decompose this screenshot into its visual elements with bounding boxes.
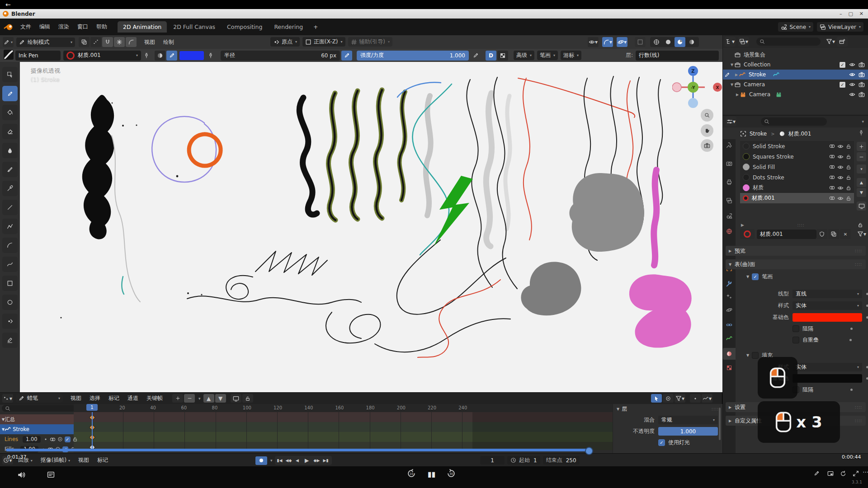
brush-selector[interactable]: Ink Pen xyxy=(15,51,61,61)
menu-timeline-view[interactable]: 视图 xyxy=(74,455,93,466)
play-reverse-button[interactable]: ◀ xyxy=(294,456,301,465)
remove-material-slot-button[interactable] xyxy=(857,152,866,161)
tool-eyedropper-button[interactable] xyxy=(2,181,18,196)
show-hidden-filter[interactable] xyxy=(663,394,674,403)
properties-filter-dropdown[interactable]: ▾ xyxy=(862,119,864,124)
tool-cutter-button[interactable] xyxy=(2,162,18,177)
channel-mask-icon[interactable] xyxy=(57,436,63,442)
tool-draw-button[interactable] xyxy=(2,86,18,101)
collection-exclude-checkbox[interactable]: ✓ xyxy=(839,81,846,88)
collection-exclude-checkbox[interactable]: ✓ xyxy=(839,61,846,68)
captions-icon[interactable] xyxy=(47,471,55,479)
workspace-tab-rendering[interactable]: Rendering xyxy=(269,21,308,33)
properties-tab-viewlayer[interactable] xyxy=(723,195,736,206)
stabilizer-toggle[interactable]: D xyxy=(486,51,496,61)
stroke-placement-toggle[interactable] xyxy=(90,37,101,47)
frame-start-field[interactable]: 起始1 xyxy=(507,456,540,465)
shading-wireframe-button[interactable] xyxy=(651,37,662,47)
properties-tab-tool[interactable] xyxy=(723,139,736,151)
menu-markers[interactable]: 标记 xyxy=(93,455,112,466)
close-button[interactable]: ✕ xyxy=(859,11,863,17)
use-lights-checkbox[interactable]: ✓ xyxy=(658,439,665,446)
properties-tab-data[interactable] xyxy=(723,333,736,344)
blend-dropdown[interactable]: 常规▾ xyxy=(658,416,718,424)
hide-eye-icon[interactable] xyxy=(849,81,855,88)
menu-draw[interactable]: 绘制 xyxy=(159,37,178,48)
shader-eye-icon[interactable] xyxy=(829,143,835,149)
lines-opacity-field[interactable]: 1.00 xyxy=(23,436,41,443)
current-frame-field[interactable]: 1 xyxy=(480,456,505,465)
hide-eye-icon[interactable] xyxy=(849,61,855,68)
material-slot-1[interactable]: Squares Stroke xyxy=(740,151,854,162)
lock-icon[interactable] xyxy=(846,154,851,160)
timeline-ruler[interactable]: 20406080100120140160180200220240 xyxy=(74,404,613,412)
properties-tab-texture[interactable] xyxy=(723,362,736,374)
menu-view[interactable]: 视图 xyxy=(140,37,159,48)
properties-tab-output[interactable] xyxy=(723,176,736,188)
disable-render-icon[interactable] xyxy=(859,71,865,78)
multiframe-falloff-toggle[interactable] xyxy=(114,37,125,47)
material-slot-3[interactable]: Dots Stroke xyxy=(740,172,854,183)
viewport-canvas[interactable] xyxy=(20,62,722,392)
origin-dropdown[interactable]: 原点▾ xyxy=(270,37,300,47)
stroke-section-checkbox[interactable]: ✓ xyxy=(752,273,759,280)
loop-button[interactable] xyxy=(840,470,846,477)
current-frame-badge[interactable]: 1 xyxy=(86,404,98,411)
tool-select-button[interactable] xyxy=(2,67,18,82)
lock-icon[interactable] xyxy=(846,144,851,149)
gizmo-toggle[interactable] xyxy=(635,37,646,47)
lock-icon[interactable] xyxy=(846,164,851,170)
tool-line-button[interactable] xyxy=(2,200,18,215)
tool-erase-button[interactable] xyxy=(2,124,18,139)
outliner-display-mode[interactable]: ▾ xyxy=(725,37,736,47)
menu-2[interactable]: 渲染 xyxy=(54,21,73,33)
channel-checkbox[interactable]: ✓ xyxy=(65,436,71,442)
material-slot-0[interactable]: Solid Stroke xyxy=(740,141,854,151)
base-color-swatch[interactable] xyxy=(793,313,862,322)
lock-icon[interactable] xyxy=(846,196,851,201)
only-selected-filter[interactable] xyxy=(651,394,662,403)
forward-30-button[interactable]: 30 xyxy=(447,469,456,478)
material-slot-2[interactable]: Solid Fill xyxy=(740,162,854,172)
material-slot-4[interactable]: 材质 xyxy=(740,183,854,193)
properties-tab-material[interactable] xyxy=(723,348,736,360)
cursor-dropdown[interactable]: 游标▾ xyxy=(561,51,581,60)
opacity-slider[interactable]: 1.000 xyxy=(658,427,718,436)
previous-keyframe-button[interactable]: ◀◆ xyxy=(285,456,292,465)
disable-render-icon[interactable] xyxy=(859,81,865,88)
scene-selector[interactable]: Scene▾ xyxy=(778,22,813,32)
brush-preview-icon[interactable] xyxy=(4,50,14,61)
shader-eye-icon[interactable] xyxy=(829,154,835,160)
vertex-color-swatch[interactable] xyxy=(179,51,204,60)
properties-tab-constraints[interactable] xyxy=(723,319,736,331)
hide-eye-icon[interactable] xyxy=(849,71,855,78)
proportional-edit-toggle[interactable]: ▾ xyxy=(602,37,613,47)
tool-polyline-button[interactable] xyxy=(2,219,18,234)
properties-tab-world[interactable] xyxy=(723,225,736,237)
outliner-row-stroke[interactable]: ▶ Stroke xyxy=(723,70,868,80)
animate-dot[interactable] xyxy=(866,305,868,307)
rewind-10-button[interactable]: 10 xyxy=(407,469,416,478)
shader-eye-icon[interactable] xyxy=(829,164,835,170)
proportional-toggle[interactable] xyxy=(690,394,701,403)
navigation-gizmo[interactable]: Z X -Y xyxy=(672,53,722,109)
stroke-section-header[interactable]: ▼✓笔画 xyxy=(746,272,773,281)
color-mode-sphere-button[interactable] xyxy=(155,51,165,61)
pan-view-button[interactable] xyxy=(701,124,713,137)
menu-1[interactable]: 编辑 xyxy=(35,21,54,33)
keyframe-area[interactable] xyxy=(74,412,613,450)
dope-mode-dropdown[interactable]: 蜡笔▾ xyxy=(16,394,63,403)
material-pin-icon[interactable] xyxy=(141,51,152,61)
dope-menu-2[interactable]: 标记 xyxy=(104,393,123,404)
channel-lock-icon[interactable] xyxy=(72,436,78,442)
properties-tab-effects[interactable] xyxy=(723,291,736,302)
menu-0[interactable]: 文件 xyxy=(16,21,35,33)
animate-dot[interactable] xyxy=(866,366,868,368)
viewport-eye-icon[interactable] xyxy=(837,174,844,181)
properties-search-input[interactable] xyxy=(761,117,827,126)
dope-editor-type[interactable]: ▾ xyxy=(2,394,13,403)
lock-icon[interactable] xyxy=(846,175,851,180)
minimize-button[interactable]: – xyxy=(840,11,842,17)
jump-to-end-button[interactable]: ▶▮ xyxy=(322,456,330,465)
slot-expand-caret[interactable]: ▶ xyxy=(741,223,744,227)
